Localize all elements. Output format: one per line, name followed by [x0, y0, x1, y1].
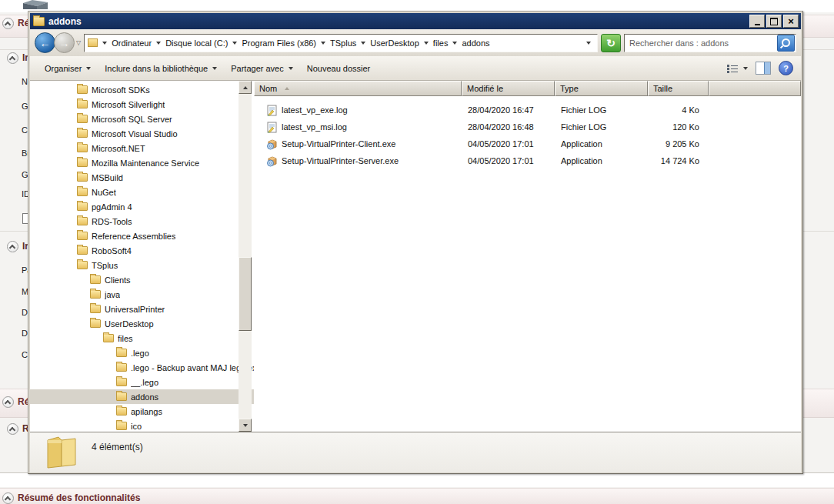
change-view-button[interactable] — [726, 63, 748, 74]
tree-item[interactable]: RoboSoft4 — [30, 243, 254, 258]
tree-item[interactable]: UserDesktop — [30, 316, 254, 331]
preview-pane-button[interactable] — [756, 62, 771, 75]
tree-item[interactable]: Microsoft Visual Studio — [30, 126, 254, 141]
folder-icon — [90, 275, 101, 284]
tree-item[interactable]: UniversalPrinter — [30, 302, 254, 316]
breadcrumb-arrow-icon[interactable] — [424, 42, 429, 45]
breadcrumb-segment[interactable]: UserDesktop — [368, 37, 422, 49]
file-row[interactable]: Setup-VirtualPrinter-Server.exe 04/05/20… — [254, 152, 801, 169]
close-icon: × — [788, 18, 794, 25]
minimize-button[interactable] — [749, 15, 765, 28]
collapse-toggle-icon[interactable] — [2, 396, 14, 408]
breadcrumb-arrow-icon[interactable] — [452, 42, 457, 45]
tree-item[interactable]: .lego - Backup avant MAJ lego ex — [30, 360, 254, 375]
details-pane: 4 élément(s) — [30, 432, 801, 472]
search-box[interactable]: Rechercher dans : addons — [624, 34, 796, 52]
tree-item[interactable]: ico — [30, 419, 254, 432]
tree-item[interactable]: .lego — [30, 345, 254, 360]
folder-icon — [77, 173, 88, 182]
forward-button[interactable]: → — [54, 32, 75, 53]
collapse-toggle-icon[interactable] — [7, 52, 18, 64]
tree-item[interactable]: Microsoft Silverlight — [30, 97, 254, 112]
tree-item[interactable]: Clients — [30, 272, 254, 287]
folder-icon — [90, 319, 101, 328]
breadcrumb-segment[interactable]: Disque local (C:) — [163, 37, 230, 49]
folder-icon — [90, 305, 101, 313]
scroll-down-button[interactable] — [239, 419, 252, 432]
folder-icon — [116, 363, 127, 372]
search-button[interactable] — [777, 35, 795, 52]
tree-item[interactable]: Mozilla Maintenance Service — [30, 155, 254, 170]
tree-item[interactable]: MSBuild — [30, 170, 254, 185]
breadcrumb-segment[interactable]: addons — [459, 37, 492, 49]
help-button[interactable]: ? — [779, 61, 793, 75]
maximize-icon — [770, 18, 778, 25]
folder-icon — [77, 115, 88, 123]
search-input[interactable]: Rechercher dans : addons — [625, 38, 776, 48]
folder-icon — [116, 392, 127, 401]
breadcrumb-folder-icon — [88, 38, 98, 47]
breadcrumb-arrow-icon[interactable] — [321, 42, 325, 45]
tree-scrollbar[interactable] — [239, 81, 252, 432]
refresh-button[interactable]: ↻ — [601, 34, 621, 52]
log-file-icon — [266, 122, 278, 133]
history-dropdown-icon[interactable]: ▽ — [76, 39, 81, 46]
collapse-toggle-icon[interactable] — [2, 18, 14, 29]
folder-tree: Microsoft SDKs Microsoft Silverlight Mic… — [30, 81, 254, 432]
tree-item[interactable]: RDS-Tools — [30, 214, 254, 229]
tree-item[interactable]: pgAdmin 4 — [30, 199, 254, 214]
scrollbar-thumb[interactable] — [239, 257, 252, 331]
breadcrumb-arrow-icon[interactable] — [232, 42, 237, 45]
toolbar-button-partager-avec[interactable]: Partager avec — [224, 60, 299, 77]
breadcrumb-arrow-icon[interactable] — [156, 42, 161, 45]
file-list: Nom Modifié le Type Taille — [254, 81, 801, 432]
window-title: addons — [48, 16, 748, 27]
tree-item[interactable]: java — [30, 287, 254, 302]
tree-item[interactable]: __.lego — [30, 375, 254, 389]
toolbar-button-inclure-dans-la-biblioth-que[interactable]: Inclure dans la bibliothèque — [98, 60, 224, 77]
column-header-modified[interactable]: Modifié le — [462, 81, 555, 96]
column-header-empty[interactable] — [709, 81, 801, 96]
views-dropdown-icon — [743, 67, 748, 70]
breadcrumb-arrow-icon[interactable] — [102, 42, 107, 45]
tree-item[interactable]: apilangs — [30, 404, 254, 419]
folder-icon — [77, 129, 88, 138]
address-dropdown-icon[interactable] — [586, 42, 591, 45]
collapse-toggle-icon[interactable] — [7, 423, 18, 435]
column-header-type[interactable]: Type — [555, 81, 648, 96]
folder-icon — [77, 232, 88, 240]
breadcrumb-segment[interactable]: TSplus — [328, 37, 359, 49]
maximize-button[interactable] — [766, 15, 782, 28]
views-icon — [726, 63, 739, 74]
breadcrumb-segment[interactable]: Ordinateur — [109, 37, 154, 49]
tree-item[interactable]: Microsoft SQL Server — [30, 112, 254, 126]
close-button[interactable]: × — [783, 15, 799, 28]
collapse-toggle-icon[interactable] — [7, 241, 18, 252]
file-row[interactable]: Setup-VirtualPrinter-Client.exe 04/05/20… — [254, 135, 801, 152]
scroll-up-button[interactable] — [239, 81, 252, 94]
tree-item[interactable]: Microsoft SDKs — [30, 82, 254, 97]
background-section-label: Résumé des fonctionnalités — [18, 492, 140, 503]
large-folder-icon — [43, 434, 82, 469]
column-header-size[interactable]: Taille — [648, 81, 709, 96]
tree-item[interactable]: Reference Assemblies — [30, 229, 254, 243]
breadcrumb-segment[interactable]: files — [431, 37, 451, 49]
tree-item[interactable]: Microsoft.NET — [30, 141, 254, 155]
tree-item[interactable]: addons — [30, 389, 254, 404]
breadcrumb[interactable]: OrdinateurDisque local (C:)Program Files… — [84, 34, 598, 52]
breadcrumb-arrow-icon[interactable] — [361, 42, 365, 45]
main-area: Microsoft SDKs Microsoft Silverlight Mic… — [30, 81, 801, 432]
column-header-name[interactable]: Nom — [254, 81, 462, 96]
breadcrumb-segment[interactable]: Program Files (x86) — [239, 37, 319, 49]
file-row[interactable]: latest_vp_msi.log 28/04/2020 16:48 Fichi… — [254, 118, 801, 135]
collapse-toggle-icon[interactable] — [2, 492, 14, 504]
sort-ascending-icon — [285, 87, 289, 90]
file-row[interactable]: latest_vp_exe.log 28/04/2020 16:47 Fichi… — [254, 102, 801, 118]
tree-item[interactable]: files — [30, 331, 254, 345]
toolbar-button-nouveau-dossier[interactable]: Nouveau dossier — [300, 60, 378, 77]
back-button[interactable]: ← — [35, 32, 55, 53]
tree-item[interactable]: NuGet — [30, 185, 254, 199]
title-bar[interactable]: addons × — [30, 13, 801, 29]
tree-item[interactable]: TSplus — [30, 258, 254, 272]
toolbar-button-organiser[interactable]: Organiser — [38, 60, 98, 77]
